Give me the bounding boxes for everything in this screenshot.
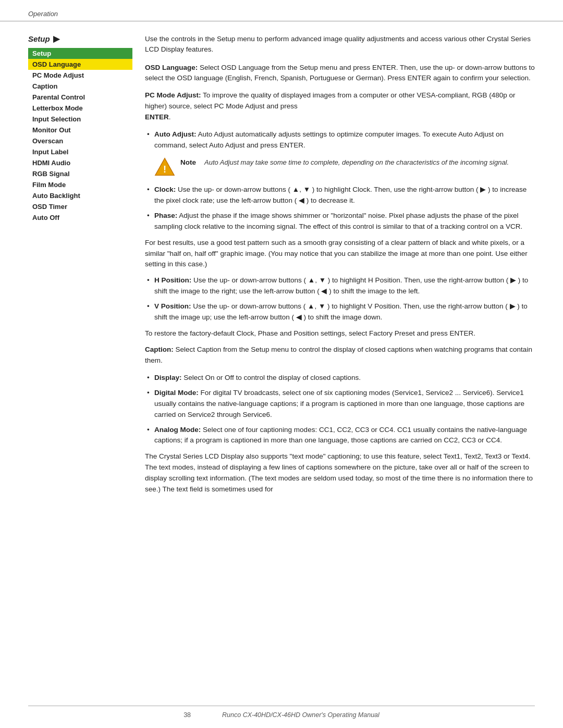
pc-mode-bullets: Auto Adjust: Auto Adjust automatically a… <box>145 129 535 151</box>
pc-mode-para: PC Mode Adjust: To improve the quality o… <box>145 90 535 123</box>
bullet-phase-bold: Phase: <box>154 212 177 219</box>
sidebar: Setup ▶ Setup OSD Language PC Mode Adjus… <box>28 34 132 500</box>
sidebar-setup-header: Setup ▶ <box>28 34 132 44</box>
menu-item-pc-mode-adjust[interactable]: PC Mode Adjust <box>28 70 132 81</box>
menu-item-osd-language[interactable]: OSD Language <box>28 59 132 70</box>
caption-bullets: Display: Select On or Off to control the… <box>145 373 535 447</box>
setup-header-label: Setup <box>28 34 50 43</box>
menu-item-rgb-signal[interactable]: RGB Signal <box>28 168 132 179</box>
bullet-digital-mode: Digital Mode: For digital TV broadcasts,… <box>145 388 535 421</box>
caption-text: Select Caption from the Setup menu to co… <box>145 346 532 364</box>
menu-item-osd-timer[interactable]: OSD Timer <box>28 201 132 212</box>
bullet-display: Display: Select On or Off to control the… <box>145 373 535 384</box>
clock-phase-bullets: Clock: Use the up- or down-arrow buttons… <box>145 184 535 232</box>
page-container: Operation Setup ▶ Setup OSD Language PC … <box>0 0 563 728</box>
bullet-analog-mode-bold: Analog Mode: <box>154 426 201 434</box>
menu-item-hdmi-audio[interactable]: HDMI Audio <box>28 157 132 168</box>
bullet-display-bold: Display: <box>154 374 182 381</box>
content-area: Use the controls in the Setup menu to pe… <box>145 34 535 500</box>
position-bullets: H Position: Use the up- or down-arrow bu… <box>145 275 535 323</box>
bullet-v-position: V Position: Use the up- or down-arrow bu… <box>145 301 535 323</box>
menu-item-auto-backlight[interactable]: Auto Backlight <box>28 190 132 201</box>
osd-language-para: OSD Language: Select OSD Language from t… <box>145 63 535 84</box>
bullet-auto-adjust: Auto Adjust: Auto Adjust automatically a… <box>145 129 535 151</box>
section-label: Operation <box>28 10 58 18</box>
bullet-display-text: Select On or Off to control the display … <box>182 374 361 381</box>
intro-text: Use the controls in the Setup menu to pe… <box>145 34 535 55</box>
bullet-analog-mode-text: Select one of four captioning modes: CC1… <box>154 426 527 445</box>
note-text: Auto Adjust may take some time to comple… <box>204 156 509 168</box>
osd-language-section: OSD Language: Select OSD Language from t… <box>145 63 535 84</box>
pc-mode-text: To improve the quality of displayed imag… <box>145 91 516 110</box>
menu-item-film-mode[interactable]: Film Mode <box>28 179 132 190</box>
osd-language-bold: OSD Language: <box>145 64 198 71</box>
bullet-clock-text: Use the up- or down-arrow buttons ( ▲, ▼… <box>154 186 527 204</box>
main-content: Setup ▶ Setup OSD Language PC Mode Adjus… <box>0 21 563 511</box>
menu-list: Setup OSD Language PC Mode Adjust Captio… <box>28 48 132 223</box>
warning-triangle-icon: ! <box>154 156 175 177</box>
para2-text: To restore the factory-default Clock, Ph… <box>145 329 475 337</box>
menu-item-input-label[interactable]: Input Label <box>28 146 132 157</box>
bullet-h-position: H Position: Use the up- or down-arrow bu… <box>145 275 535 297</box>
bullet-v-position-text: Use the up- or down-arrow buttons ( ▲, ▼… <box>154 302 528 321</box>
svg-text:!: ! <box>163 164 166 175</box>
footer: 38 Runco CX-40HD/CX-46HD Owner's Operati… <box>28 706 535 719</box>
pc-mode-bold: PC Mode Adjust: <box>145 91 201 99</box>
header: Operation <box>0 0 563 21</box>
setup-arrow-icon: ▶ <box>53 34 59 44</box>
osd-language-text: Select OSD Language from the Setup menu … <box>145 64 535 82</box>
para2: To restore the factory-default Clock, Ph… <box>145 328 535 339</box>
menu-item-input-selection[interactable]: Input Selection <box>28 114 132 125</box>
pc-mode-section: PC Mode Adjust: To improve the quality o… <box>145 90 535 123</box>
menu-item-auto-off[interactable]: Auto Off <box>28 212 132 223</box>
menu-item-overscan[interactable]: Overscan <box>28 135 132 146</box>
manual-title: Runco CX-40HD/CX-46HD Owner's Operating … <box>222 711 380 719</box>
enter-label: ENTER <box>145 113 169 121</box>
caption-section: Caption: Select Caption from the Setup m… <box>145 344 535 366</box>
menu-item-letterbox-mode[interactable]: Letterbox Mode <box>28 103 132 114</box>
para1: For best results, use a good test patter… <box>145 238 535 270</box>
menu-item-setup[interactable]: Setup <box>28 48 132 59</box>
note-content: ! Note Auto Adjust may take some time to… <box>154 156 509 177</box>
bullet-clock-bold: Clock: <box>154 186 176 193</box>
bullet-v-position-bold: V Position: <box>154 302 191 310</box>
bullet-clock: Clock: Use the up- or down-arrow buttons… <box>145 184 535 206</box>
para3: The Crystal Series LCD Display also supp… <box>145 451 535 495</box>
note-box: ! Note Auto Adjust may take some time to… <box>154 156 535 177</box>
bullet-auto-adjust-bold: Auto Adjust: <box>154 130 196 138</box>
bullet-h-position-bold: H Position: <box>154 276 191 284</box>
menu-item-monitor-out[interactable]: Monitor Out <box>28 125 132 135</box>
note-label: Note <box>180 156 199 166</box>
page-number: 38 <box>183 711 191 719</box>
bullet-phase-text: Adjust the phase if the image shows shim… <box>154 212 522 230</box>
menu-item-parental-control[interactable]: Parental Control <box>28 92 132 103</box>
bullet-analog-mode: Analog Mode: Select one of four captioni… <box>145 425 535 447</box>
bullet-auto-adjust-text: Auto Adjust automatically adjusts settin… <box>154 130 504 149</box>
bullet-digital-mode-bold: Digital Mode: <box>154 389 199 397</box>
caption-bold: Caption: <box>145 346 174 353</box>
bullet-h-position-text: Use the up- or down-arrow buttons ( ▲, ▼… <box>154 276 528 295</box>
bullet-phase: Phase: Adjust the phase if the image sho… <box>145 211 535 232</box>
caption-para: Caption: Select Caption from the Setup m… <box>145 344 535 366</box>
bullet-digital-mode-text: For digital TV broadcasts, select one of… <box>154 389 524 418</box>
menu-item-caption[interactable]: Caption <box>28 81 132 92</box>
